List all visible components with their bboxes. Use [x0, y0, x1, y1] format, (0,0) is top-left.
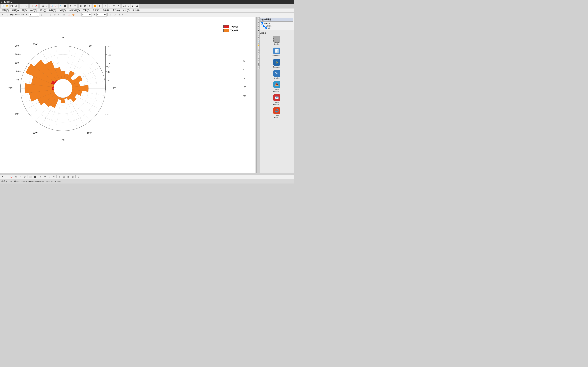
- tool-arrow-up[interactable]: △: [258, 17, 260, 21]
- tool-cursor[interactable]: ↖: [258, 21, 260, 25]
- open-btn[interactable]: 📂: [5, 4, 9, 8]
- tool-pen[interactable]: ✎: [258, 32, 260, 36]
- line-weight-select[interactable]: 0: [96, 13, 107, 17]
- axis-z[interactable]: Z: [116, 4, 121, 8]
- undo-btn[interactable]: ↩: [20, 4, 24, 8]
- save-btn[interactable]: 💾: [9, 4, 14, 8]
- tree-graph1[interactable]: Graph1: [260, 22, 293, 25]
- add-app-item[interactable]: + 添加App: [260, 35, 293, 47]
- tool-extra1[interactable]: ⋮: [258, 66, 260, 69]
- menu-insert[interactable]: 插入(I): [39, 9, 47, 12]
- menu-settings[interactable]: 设置(E): [91, 9, 101, 12]
- graph1-checkbox[interactable]: [261, 22, 263, 25]
- graph-btn1[interactable]: 📊: [50, 4, 54, 8]
- zoom-select[interactable]: 100%▼: [40, 4, 48, 8]
- menu-tools[interactable]: 工具(T): [81, 9, 91, 12]
- bgcolor-btn[interactable]: 🎨: [71, 13, 76, 17]
- redo-btn[interactable]: ↪: [24, 4, 28, 8]
- nav-btn4[interactable]: ▶▶: [135, 4, 139, 8]
- bottom-btn5[interactable]: ○: [18, 175, 22, 179]
- graph-area[interactable]: Type A Type B 40 80 120 160: [0, 17, 256, 173]
- menu-window[interactable]: 窗口(W): [111, 9, 121, 12]
- analysis-btn[interactable]: Σ: [69, 4, 73, 8]
- bottom-btn16[interactable]: ▧: [71, 175, 75, 179]
- bottom-btn1[interactable]: ↖: [1, 175, 5, 179]
- app-simple[interactable]: W Simple...: [260, 69, 293, 80]
- underline-btn[interactable]: U: [48, 13, 52, 17]
- bottom-btn10[interactable]: ⊗: [43, 175, 47, 179]
- tool-circle[interactable]: ○: [258, 58, 260, 62]
- bold-btn[interactable]: B: [39, 13, 43, 17]
- app-speedy[interactable]: ⚡ Speedy...: [260, 58, 293, 69]
- new-btn[interactable]: 📄: [1, 4, 5, 8]
- grid-btn3[interactable]: ⊠: [117, 13, 121, 17]
- menu-analysis[interactable]: 分析(S): [58, 9, 67, 12]
- app-send1[interactable]: 📤 Send Graphs...: [260, 80, 293, 93]
- close-panel-btn[interactable]: ✕: [124, 13, 128, 17]
- font-btn2[interactable]: ⊞: [5, 13, 9, 17]
- app-send2[interactable]: 📧 Send Graphs...: [260, 93, 293, 106]
- tool-eraser[interactable]: ◻: [258, 36, 260, 39]
- g1-checkbox[interactable]: [265, 27, 267, 29]
- bottom-btn7[interactable]: ⬜: [28, 175, 33, 179]
- font-size-select[interactable]: 0: [29, 13, 39, 17]
- bottom-btn15[interactable]: ▦: [66, 175, 70, 179]
- bottom-btn11[interactable]: ⊙: [47, 175, 51, 179]
- bottom-btn2[interactable]: ~: [5, 175, 9, 179]
- line-weight-btn[interactable]: ≡: [92, 13, 96, 17]
- menu-quick[interactable]: 快捷分析(S): [68, 9, 81, 12]
- bottom-btn13[interactable]: ▤: [57, 175, 61, 179]
- bottom-btn8[interactable]: ⬛: [33, 175, 37, 179]
- italic-btn[interactable]: I: [44, 13, 48, 17]
- tool-crosshair[interactable]: ✛: [258, 29, 260, 32]
- graph-btn4[interactable]: ⬛: [63, 4, 67, 8]
- graph-btn2[interactable]: 📈: [54, 4, 58, 8]
- line-btn[interactable]: —: [77, 13, 81, 17]
- copy-btn[interactable]: 📋: [30, 4, 34, 8]
- grid-btn1[interactable]: ⊞: [108, 13, 112, 17]
- tool-line[interactable]: ╲: [258, 51, 260, 54]
- bottom-btn6[interactable]: ◎: [23, 175, 27, 179]
- nav-btn1[interactable]: ◀◀: [122, 4, 126, 8]
- font-btn1[interactable]: A: [1, 13, 5, 17]
- bottom-btn14[interactable]: ▥: [62, 175, 66, 179]
- app-publish[interactable]: 🌐 Grap Publis...: [260, 106, 293, 119]
- menu-data[interactable]: 数据(D): [48, 9, 57, 12]
- grid-btn2[interactable]: ⊟: [113, 13, 117, 17]
- layer1-checkbox[interactable]: [263, 25, 265, 27]
- nav-btn2[interactable]: ◀: [126, 4, 130, 8]
- app-stats[interactable]: 📊 Stats Advis...: [260, 47, 293, 58]
- tool-text[interactable]: T: [258, 47, 260, 51]
- superscript-btn[interactable]: x²: [52, 13, 57, 17]
- menu-graph[interactable]: 图(G): [20, 9, 28, 12]
- bottom-btn3[interactable]: 📊: [9, 175, 14, 179]
- menu-format[interactable]: 格式(O): [28, 9, 38, 12]
- subscript-btn[interactable]: x₂: [57, 13, 61, 17]
- tree-g1[interactable]: g1: [260, 27, 293, 29]
- bar-chart-btn3[interactable]: ▨: [87, 4, 92, 8]
- menu-connect[interactable]: 连接(N): [101, 9, 111, 12]
- menu-help[interactable]: 帮助(H): [131, 9, 141, 12]
- greek-btn[interactable]: αβ: [61, 13, 66, 17]
- graph-btn3[interactable]: 📉: [59, 4, 63, 8]
- filter-btn[interactable]: 🔽: [93, 4, 97, 8]
- tool-hand[interactable]: ✋: [258, 43, 260, 47]
- close-x[interactable]: ✕: [103, 4, 107, 8]
- tool-select[interactable]: ↗: [258, 25, 260, 28]
- tool-zoom[interactable]: 🔍: [258, 40, 260, 43]
- stats-btn[interactable]: ∑: [73, 4, 77, 8]
- line-style-select[interactable]: 0: [81, 13, 92, 17]
- bottom-btn17[interactable]: ⌂: [76, 175, 80, 179]
- print-btn[interactable]: 🖨: [14, 4, 18, 8]
- bottom-btn4[interactable]: ⊞: [14, 175, 18, 179]
- tool-rect[interactable]: ▭: [258, 55, 260, 58]
- menu-social[interactable]: 社交(Z): [121, 9, 131, 12]
- nav-btn3[interactable]: ▶: [131, 4, 135, 8]
- tool-poly[interactable]: ⬡: [258, 62, 260, 66]
- tree-layer1[interactable]: Layer1: [260, 25, 293, 27]
- paste-btn[interactable]: 📌: [34, 4, 38, 8]
- settings-btn[interactable]: ⚙: [97, 4, 102, 8]
- bar-chart-btn[interactable]: ▦: [79, 4, 83, 8]
- axis-x[interactable]: X: [108, 4, 112, 8]
- bottom-btn12[interactable]: ⊘: [52, 175, 56, 179]
